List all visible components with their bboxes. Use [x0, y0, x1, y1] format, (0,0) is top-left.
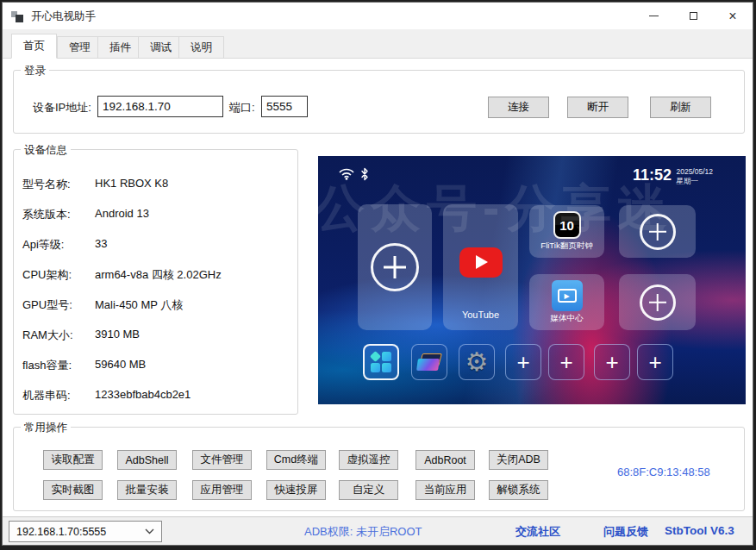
device-row-cpu: CPU架构:arm64-v8a 四核 2.02GHz	[22, 267, 290, 283]
virtual-remote-button[interactable]: 虚拟遥控	[339, 450, 398, 470]
app-manager-button[interactable]: 应用管理	[192, 480, 252, 500]
folder-icon	[417, 353, 441, 371]
tab-home[interactable]: 首页	[11, 34, 57, 59]
connect-button[interactable]: 连接	[488, 97, 549, 118]
plus-icon: +	[516, 351, 529, 373]
live-screenshot-button[interactable]: 实时截图	[43, 480, 103, 500]
adb-permission-status: ADB权限: 未开启ROOT	[304, 524, 422, 540]
file-manager-button[interactable]: 文件管理	[192, 450, 252, 470]
device-info-group: 设备信息 型号名称:HK1 RBOX K8 系统版本:Android 13 Ap…	[13, 149, 298, 415]
apps-grid-icon	[371, 352, 391, 372]
dock-add-button-4[interactable]: +	[637, 344, 673, 380]
close-button[interactable]: ×	[713, 3, 753, 29]
device-select-dropdown[interactable]: 192.168.1.70:5555	[9, 521, 162, 542]
batch-install-button[interactable]: 批量安装	[117, 480, 177, 500]
community-link[interactable]: 交流社区	[515, 524, 560, 540]
dock-add-button-3[interactable]: +	[594, 344, 630, 380]
youtube-play-icon	[459, 247, 503, 278]
cmd-terminal-button[interactable]: Cmd终端	[266, 450, 326, 470]
login-group-label: 登录	[21, 64, 49, 78]
dock-settings-button[interactable]: ⚙	[459, 344, 495, 380]
feedback-link[interactable]: 问题反馈	[603, 524, 648, 540]
app-window: 开心电视助手 × 首页 管理 插件 调试 说明 登录 设备IP地址: 端口: 连…	[2, 2, 753, 546]
login-group: 登录 设备IP地址: 端口: 连接 断开 刷新	[13, 70, 745, 134]
tab-debug[interactable]: 调试	[138, 36, 184, 59]
device-row-gpu: GPU型号:Mali-450 MP 八核	[22, 297, 290, 313]
tab-plugins[interactable]: 插件	[97, 36, 143, 59]
custom-button[interactable]: 自定义	[339, 480, 398, 500]
device-row-os: 系统版本:Android 13	[22, 207, 290, 222]
window-title: 开心电视助手	[31, 9, 96, 24]
device-row-api: Api等级:33	[22, 237, 290, 253]
app-logo-icon	[11, 9, 25, 23]
device-row-ram: RAM大小:3910 MB	[22, 328, 290, 343]
title-bar: 开心电视助手 ×	[3, 3, 753, 29]
media-center-label: 媒体中心	[551, 313, 584, 324]
close-adb-button[interactable]: 关闭ADB	[489, 450, 548, 470]
ip-input[interactable]	[97, 96, 223, 117]
maximize-icon	[690, 12, 697, 20]
read-config-button[interactable]: 读取配置	[43, 450, 103, 470]
quick-cast-button[interactable]: 快速投屏	[266, 480, 326, 500]
current-app-button[interactable]: 当前应用	[415, 480, 475, 500]
tv-tile-add-3[interactable]	[619, 274, 696, 330]
device-row-model: 型号名称:HK1 RBOX K8	[22, 177, 290, 192]
minimize-icon	[649, 16, 659, 16]
media-center-icon: ▶	[552, 280, 583, 311]
tv-dock: ⚙ + + + +	[318, 344, 746, 380]
mac-address: 68:8F:C9:13:48:58	[617, 466, 710, 478]
chevron-down-icon	[145, 528, 154, 534]
operations-group: 常用操作 读取配置 AdbShell 文件管理 Cmd终端 虚拟遥控 AdbRo…	[13, 427, 745, 511]
plus-icon: +	[559, 351, 572, 373]
tv-screenshot-preview[interactable]: 公众号-分享迷 11:52 2025/05/12 星期一 YouTube 1	[318, 156, 746, 404]
tv-tile-media-center[interactable]: ▶ 媒体中心	[529, 274, 604, 330]
window-controls: ×	[634, 3, 753, 29]
dock-add-button-1[interactable]: +	[505, 344, 541, 380]
disconnect-button[interactable]: 断开	[567, 97, 628, 118]
tab-help[interactable]: 说明	[178, 36, 224, 59]
device-select-value: 192.168.1.70:5555	[16, 526, 145, 538]
status-bar: 192.168.1.70:5555 ADB权限: 未开启ROOT 交流社区 问题…	[3, 516, 753, 545]
dock-add-button-2[interactable]: +	[548, 344, 584, 380]
device-row-serial: 机器串码:1233ebfbab4cb2e1	[22, 388, 290, 403]
app-version: StbTool V6.3	[665, 524, 734, 537]
maximize-button[interactable]	[673, 3, 713, 29]
adb-root-button[interactable]: AdbRoot	[415, 450, 475, 470]
minimize-button[interactable]	[634, 3, 673, 29]
operations-group-label: 常用操作	[21, 421, 71, 435]
dock-files-button[interactable]	[411, 344, 447, 380]
add-circle-icon	[371, 243, 419, 291]
tab-manage[interactable]: 管理	[57, 36, 103, 59]
device-row-flash: flash容量:59640 MB	[22, 358, 290, 373]
port-label: 端口:	[229, 100, 255, 116]
device-info-group-label: 设备信息	[21, 143, 71, 158]
port-input[interactable]	[261, 96, 308, 117]
adb-shell-button[interactable]: AdbShell	[117, 450, 177, 470]
unlock-system-button[interactable]: 解锁系统	[489, 480, 548, 500]
refresh-button[interactable]: 刷新	[650, 97, 711, 118]
ip-label: 设备IP地址:	[33, 100, 91, 116]
tab-bar: 首页 管理 插件 调试 说明	[3, 29, 753, 59]
gear-icon: ⚙	[465, 349, 489, 375]
plus-icon: +	[605, 351, 618, 373]
add-circle-icon	[640, 284, 676, 321]
dock-apps-button[interactable]	[363, 344, 399, 380]
watermark-text: 公众号-分享迷	[318, 175, 742, 242]
close-icon: ×	[728, 9, 736, 23]
plus-icon: +	[648, 351, 661, 373]
youtube-label: YouTube	[462, 309, 499, 320]
